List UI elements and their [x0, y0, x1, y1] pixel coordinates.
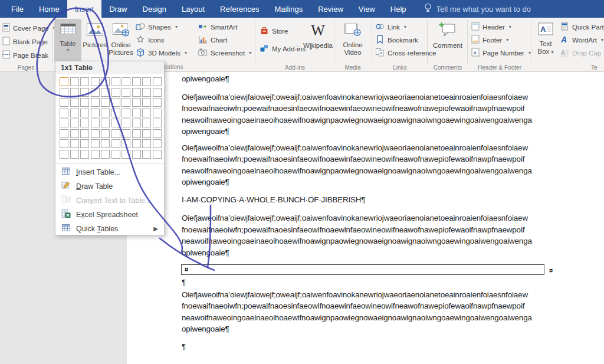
grid-cell-3x2[interactable] — [70, 98, 79, 107]
grid-cell-4x8[interactable] — [132, 109, 141, 117]
tab-insert[interactable]: Insert — [67, 0, 102, 18]
grid-cell-6x9[interactable] — [142, 129, 151, 138]
grid-cell-4x6[interactable] — [111, 109, 120, 117]
grid-cell-5x9[interactable] — [142, 119, 151, 127]
grid-cell-4x10[interactable] — [153, 109, 162, 117]
grid-cell-3x8[interactable] — [132, 98, 141, 107]
grid-cell-3x6[interactable] — [111, 98, 120, 107]
tab-review[interactable]: Review — [310, 0, 351, 18]
grid-cell-3x9[interactable] — [142, 98, 151, 107]
grid-cell-5x2[interactable] — [70, 119, 79, 127]
grid-cell-1x6[interactable] — [111, 77, 120, 86]
grid-cell-1x1[interactable] — [60, 77, 68, 86]
text-box-button[interactable]: A Text Box ▾ — [533, 19, 558, 63]
grid-cell-7x2[interactable] — [70, 139, 79, 148]
page-break-button[interactable]: Page Break — [2, 49, 55, 61]
tab-mailings[interactable]: Mailings — [267, 0, 311, 18]
cover-page-button[interactable]: Cover Page ▾ — [2, 22, 55, 34]
grid-cell-5x10[interactable] — [153, 119, 162, 127]
grid-cell-5x3[interactable] — [80, 119, 89, 127]
grid-cell-5x7[interactable] — [122, 119, 130, 127]
grid-cell-7x9[interactable] — [142, 139, 151, 148]
grid-cell-6x7[interactable] — [122, 129, 130, 138]
grid-cell-5x5[interactable] — [101, 119, 110, 127]
grid-cell-1x3[interactable] — [80, 77, 89, 86]
grid-cell-4x7[interactable] — [122, 109, 130, 117]
grid-cell-6x6[interactable] — [111, 129, 120, 138]
page-number-button[interactable]: # Page Number ▾ — [471, 47, 531, 59]
grid-cell-6x5[interactable] — [101, 129, 110, 138]
online-video-button[interactable]: Online Video — [336, 19, 369, 63]
grid-cell-6x4[interactable] — [91, 129, 100, 138]
grid-cell-6x8[interactable] — [132, 129, 141, 138]
header-button[interactable]: Header ▾ — [471, 21, 531, 33]
blank-page-button[interactable]: Blank Page — [2, 35, 55, 48]
grid-cell-1x5[interactable] — [101, 77, 110, 86]
tab-draw[interactable]: Draw — [101, 0, 134, 18]
wikipedia-button[interactable]: W Wikipedia — [303, 19, 333, 63]
grid-cell-3x4[interactable] — [91, 98, 100, 107]
grid-cell-3x10[interactable] — [153, 98, 162, 107]
grid-cell-2x9[interactable] — [142, 88, 151, 97]
online-pictures-button[interactable]: Online Pictures — [107, 19, 134, 63]
grid-cell-6x2[interactable] — [70, 129, 79, 138]
grid-cell-7x7[interactable] — [122, 139, 130, 148]
grid-cell-2x5[interactable] — [101, 88, 110, 97]
grid-cell-8x1[interactable] — [60, 150, 68, 159]
grid-cell-2x3[interactable] — [80, 88, 89, 97]
grid-cell-8x3[interactable] — [80, 150, 89, 159]
grid-cell-4x9[interactable] — [142, 109, 151, 117]
tab-references[interactable]: References — [212, 0, 267, 18]
comment-button[interactable]: Comment — [429, 19, 466, 63]
grid-cell-8x9[interactable] — [142, 150, 151, 159]
grid-cell-4x3[interactable] — [80, 109, 89, 117]
drop-cap-button[interactable]: A Drop Cap ▾ — [560, 47, 604, 59]
menu-item-draw-table[interactable]: Draw Table — [55, 179, 164, 194]
shapes-button[interactable]: Shapes ▾ — [136, 21, 187, 33]
grid-cell-3x3[interactable] — [80, 98, 89, 107]
inserted-1x1-table[interactable]: ¤¤ — [181, 264, 544, 275]
menu-item-quick-tables[interactable]: Quick Tables▶ — [55, 222, 164, 236]
grid-cell-2x10[interactable] — [153, 88, 162, 97]
grid-cell-8x7[interactable] — [122, 150, 130, 159]
grid-cell-4x5[interactable] — [101, 109, 110, 117]
grid-cell-8x4[interactable] — [91, 150, 100, 159]
grid-cell-4x4[interactable] — [91, 109, 100, 117]
wordart-button[interactable]: A WordArt ▾ — [560, 34, 604, 46]
tab-home[interactable]: Home — [31, 0, 67, 18]
menu-item-convert-text-to-table[interactable]: Convert Text to Table... — [55, 194, 164, 208]
smartart-button[interactable]: SmartArt — [198, 21, 251, 33]
document-page[interactable]: opiwengoaie¶Oiefjaweoifna’oiewjfaiowejf;… — [127, 72, 604, 364]
grid-cell-3x7[interactable] — [122, 98, 130, 107]
grid-cell-3x5[interactable] — [101, 98, 110, 107]
grid-cell-1x7[interactable] — [122, 77, 130, 86]
grid-cell-1x4[interactable] — [91, 77, 100, 86]
tab-design[interactable]: Design — [135, 0, 174, 18]
grid-cell-6x1[interactable] — [60, 129, 68, 138]
grid-cell-7x10[interactable] — [153, 139, 162, 148]
grid-cell-2x2[interactable] — [70, 88, 79, 97]
grid-cell-5x6[interactable] — [111, 119, 120, 127]
table-button[interactable]: Table ▾ — [54, 19, 81, 63]
grid-cell-7x3[interactable] — [80, 139, 89, 148]
grid-cell-7x5[interactable] — [101, 139, 110, 148]
grid-cell-1x9[interactable] — [142, 77, 151, 86]
grid-cell-5x4[interactable] — [91, 119, 100, 127]
3d-models-button[interactable]: 3D Models ▾ — [136, 47, 187, 59]
grid-cell-1x2[interactable] — [70, 77, 79, 86]
quick-parts-button[interactable]: Quick Parts ▾ — [560, 21, 604, 33]
grid-cell-7x4[interactable] — [91, 139, 100, 148]
grid-cell-7x8[interactable] — [132, 139, 141, 148]
grid-cell-8x5[interactable] — [101, 150, 110, 159]
pictures-button[interactable]: Pictures — [83, 19, 107, 63]
grid-cell-5x8[interactable] — [132, 119, 141, 127]
grid-cell-6x10[interactable] — [153, 129, 162, 138]
grid-cell-7x6[interactable] — [111, 139, 120, 148]
tab-help[interactable]: Help — [383, 0, 414, 18]
menu-item-excel-spreadsheet[interactable]: Excel Spreadsheet — [55, 208, 164, 222]
grid-cell-8x10[interactable] — [153, 150, 162, 159]
tab-file[interactable]: File — [4, 0, 31, 18]
grid-cell-8x6[interactable] — [111, 150, 120, 159]
grid-cell-2x8[interactable] — [132, 88, 141, 97]
grid-cell-2x1[interactable] — [60, 88, 68, 97]
